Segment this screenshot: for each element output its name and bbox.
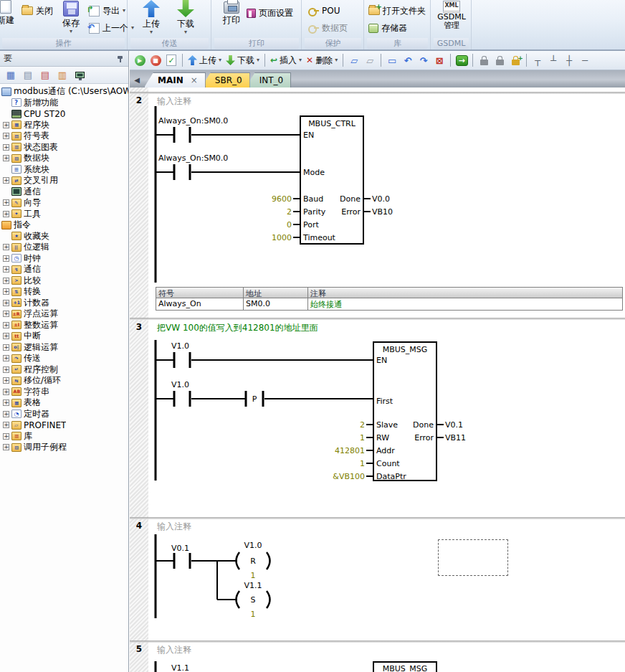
tree-item[interactable]: + modbus通信 (C:\Users\AOWID\	[0, 86, 128, 98]
add-password-icon[interactable]: +	[508, 53, 523, 67]
pin-value[interactable]: 1	[360, 459, 365, 468]
tree-item[interactable]: + o| 逻辑运算	[0, 342, 128, 354]
expander-icon[interactable]: +	[3, 433, 9, 440]
expander-icon[interactable]: +	[3, 255, 9, 262]
pin-value[interactable]: V0.0	[372, 194, 390, 204]
selection-marquee[interactable]	[438, 539, 508, 576]
undo-icon[interactable]: ↶	[401, 53, 415, 67]
contact-always-on-2[interactable]	[156, 164, 300, 180]
open-folder-button[interactable]: 打开文件夹	[368, 4, 426, 18]
expander-icon[interactable]: +	[3, 344, 9, 351]
tab-main[interactable]: MAIN ×	[144, 72, 206, 87]
tree-item[interactable]: + ≡ 系统块	[0, 164, 128, 176]
tree-item[interactable]: + ▨ 调用子例程	[0, 442, 128, 453]
tree-item[interactable]: + ⇄ 交叉引用	[0, 175, 128, 186]
tree-item[interactable]: + AB 字符串	[0, 387, 128, 398]
contact-label[interactable]: Always_On:SM0.0	[158, 153, 228, 163]
expander-icon[interactable]: +	[3, 311, 9, 317]
tab-scroll-left-icon[interactable]: ◀	[131, 73, 143, 86]
save-button[interactable]: 保存 ▾	[57, 1, 85, 34]
upload-button[interactable]: 上传 ▾	[137, 0, 166, 34]
pou-button[interactable]: POU	[308, 4, 340, 18]
branch-down-icon[interactable]: ┬	[530, 53, 545, 67]
contact-v01[interactable]	[156, 553, 237, 569]
tree-item[interactable]: + > 比较	[0, 275, 128, 287]
coil-operand[interactable]: 1	[251, 571, 256, 580]
line-down-icon[interactable]: ┴	[546, 53, 560, 67]
pin-value[interactable]: VB10	[372, 207, 393, 217]
positive-edge-contact[interactable]	[246, 391, 373, 407]
pin-value[interactable]: VB11	[445, 433, 466, 443]
empty-box-icon[interactable]: ▭	[385, 53, 399, 67]
gsdml-manage-button[interactable]: XML GSDML 管理	[437, 1, 466, 30]
coil-operand[interactable]: 1	[251, 610, 256, 619]
tree-item[interactable]: + ↵ 程序控制	[0, 364, 128, 376]
tab-sbr0[interactable]: SBR_0	[201, 72, 250, 87]
pin-value[interactable]: 0	[287, 220, 292, 229]
contact-v10-2[interactable]	[156, 391, 246, 407]
delete-button[interactable]: ✕ 删除 ▾	[305, 55, 339, 67]
tree-item[interactable]: + CPU ST20	[0, 108, 128, 120]
expander-icon[interactable]: +	[3, 211, 9, 217]
tree-item[interactable]: + ★ 收藏夹	[0, 231, 128, 242]
tree-item[interactable]: + +1 计数器	[0, 298, 128, 309]
select-blocks-icon[interactable]: ▱	[347, 53, 361, 67]
tree-item[interactable]: + ◔ 定时器	[0, 409, 128, 420]
expander-icon[interactable]: +	[3, 399, 9, 406]
tree-item[interactable]: + ? 新增功能	[0, 98, 128, 109]
pin-value[interactable]: 2	[360, 420, 365, 430]
tree-item[interactable]: + ▦ 表格	[0, 397, 128, 409]
expander-icon[interactable]: +	[3, 133, 9, 139]
tree-item[interactable]: + 指令	[0, 219, 128, 231]
expander-icon[interactable]: +	[3, 389, 9, 395]
expander-icon[interactable]: +	[3, 322, 9, 328]
stop-icon[interactable]: ■	[148, 53, 163, 67]
contact-label[interactable]: V1.0	[171, 380, 189, 389]
pin-value[interactable]: 9600	[272, 194, 292, 204]
redo-icon[interactable]: ↷	[416, 53, 431, 67]
pin-value[interactable]: 2	[287, 207, 292, 217]
expander-icon[interactable]: +	[3, 355, 9, 361]
tree-item[interactable]: + ±R 浮点运算	[0, 308, 128, 320]
cross-reference-view-icon[interactable]: ▥	[56, 70, 69, 81]
tree-item[interactable]: + ↷ 传送	[0, 353, 128, 364]
expander-icon[interactable]: +	[3, 144, 9, 151]
save-dropdown-icon[interactable]: ▾	[70, 29, 72, 34]
print-button[interactable]: 打印	[218, 1, 245, 27]
status-chart-view-icon[interactable]: ▤	[22, 70, 34, 81]
contact-always-on-1[interactable]	[156, 127, 300, 143]
tree-item[interactable]: + ▨ 数据块	[0, 153, 128, 164]
tree-item[interactable]: + ▤ 符号表	[0, 131, 128, 142]
pin-value[interactable]: &VB100	[333, 472, 365, 481]
export-button[interactable]: 导出 ▾	[89, 4, 125, 18]
tree-item[interactable]: + 通信	[0, 186, 128, 198]
expander-icon[interactable]: +	[3, 278, 9, 284]
run-icon[interactable]: ▶	[133, 53, 147, 67]
expander-icon[interactable]: +	[3, 177, 9, 184]
pin-value[interactable]: 1	[360, 433, 365, 443]
page-setup-button[interactable]: 页面设置	[247, 6, 293, 20]
new-button[interactable]: 新建	[0, 0, 22, 27]
contact-v10-1[interactable]	[156, 352, 373, 368]
expander-icon[interactable]: +	[3, 122, 9, 128]
download-dropdown-icon[interactable]: ▾	[184, 30, 187, 34]
contact-label[interactable]: Always_On:SM0.0	[158, 116, 228, 126]
contact-label[interactable]: V0.1	[171, 544, 189, 553]
data-block-view-icon[interactable]: ▤	[39, 70, 52, 81]
expander-icon[interactable]: +	[3, 422, 9, 428]
go-to-icon[interactable]: →	[454, 53, 469, 67]
compile-icon[interactable]: ✓	[164, 53, 178, 67]
tab-close-icon[interactable]: ×	[191, 75, 198, 85]
tree-item[interactable]: + ▥ 库	[0, 431, 128, 443]
download-button[interactable]: 下载 ▾	[171, 0, 200, 34]
coil-address[interactable]: V1.1	[244, 581, 262, 590]
tree-item[interactable]: + ⇅ 转换	[0, 286, 128, 298]
clear-icon[interactable]: ⊠	[432, 53, 447, 67]
symbol-table-row[interactable]: Always_On SM0.0 始终接通	[156, 298, 622, 310]
tree-item[interactable]: + tt 中断	[0, 331, 128, 342]
memory-button[interactable]: 存储器	[368, 21, 407, 35]
ladder-editor[interactable]: 2 输入注释 3 把VW 100的值写入到412801的地址里面 4 输入注释 …	[130, 87, 625, 672]
pin-value[interactable]: 1000	[272, 233, 292, 242]
insert-button[interactable]: ↩ 插入 ▾	[269, 55, 303, 67]
expander-icon[interactable]: +	[3, 444, 9, 450]
